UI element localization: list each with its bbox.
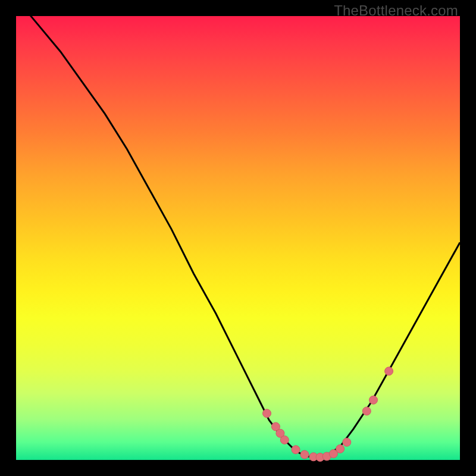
data-marker [336,444,345,453]
curve-markers [263,367,393,462]
data-marker [280,436,289,444]
data-marker [300,450,309,459]
data-marker [385,367,393,375]
data-marker [362,407,371,415]
chart-frame: TheBottleneck.com [0,0,476,476]
data-marker [343,438,351,446]
data-marker [292,446,300,454]
bottleneck-curve [16,0,460,458]
data-marker [263,409,271,418]
watermark-text: TheBottleneck.com [334,2,458,19]
chart-svg [16,16,460,460]
plot-area [16,16,460,460]
data-marker [369,396,378,404]
